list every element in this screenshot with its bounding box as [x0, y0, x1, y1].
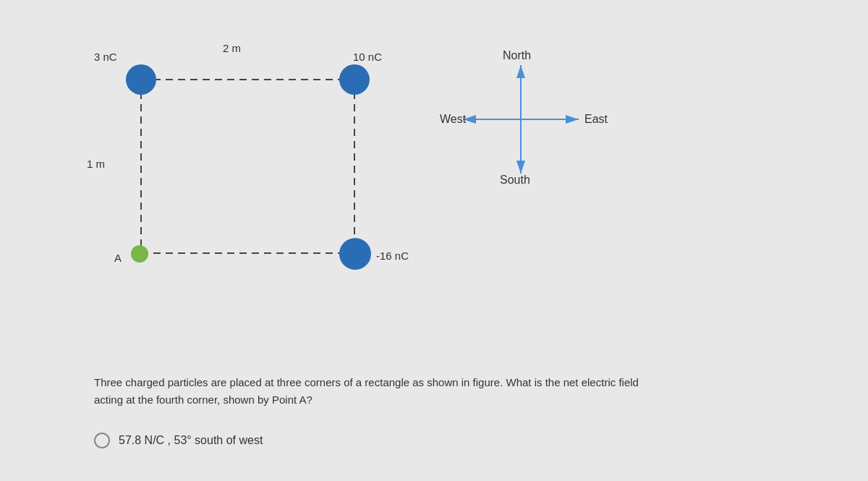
compass-south: South: [500, 174, 530, 187]
svg-marker-6: [516, 65, 525, 78]
label-3nc: 3 nC: [94, 51, 117, 63]
svg-marker-7: [516, 161, 525, 174]
charge-bottom-right: [339, 238, 371, 270]
answer-row: 57.8 N/C , 53° south of west: [94, 433, 263, 448]
answer-text: 57.8 N/C , 53° south of west: [119, 434, 263, 447]
point-a-dot: [131, 245, 148, 263]
label-1m: 1 m: [87, 158, 105, 170]
charge-top-right: [339, 64, 370, 95]
main-container: 3 nC 10 nC -16 nC A 2 m 1 m North South …: [0, 0, 868, 481]
label-2m: 2 m: [223, 42, 241, 54]
answer-radio[interactable]: [94, 433, 110, 448]
label-minus16nc: -16 nC: [376, 250, 409, 262]
label-10nc: 10 nC: [353, 51, 382, 63]
description-text: Three charged particles are placed at th…: [94, 374, 644, 409]
charge-top-left: [126, 64, 156, 95]
label-point-a: A: [114, 252, 122, 264]
compass-north: North: [503, 49, 531, 62]
compass-east: East: [584, 113, 608, 126]
compass-west: West: [440, 113, 466, 126]
svg-marker-8: [566, 115, 579, 124]
